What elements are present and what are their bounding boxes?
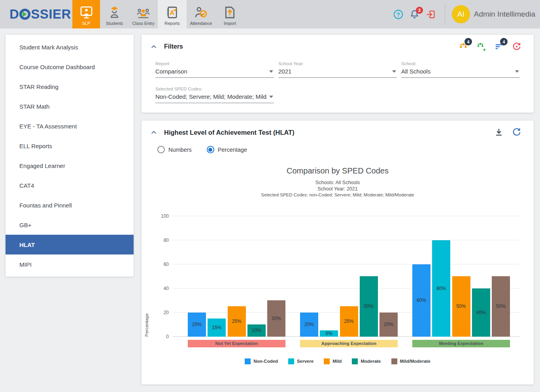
chart-subtitle-3: Selected SPED Codes: non-Coded; Servere;… xyxy=(142,192,534,198)
sidebar-item-ell-reports[interactable]: ELL Reports xyxy=(6,136,134,156)
legend-item-mild[interactable]: Mild xyxy=(324,358,342,364)
filter-lines-button[interactable]: 4 xyxy=(494,41,504,52)
field-label: Report: xyxy=(155,61,274,66)
download-button[interactable] xyxy=(494,127,504,138)
sidebar-item-engaged-learner[interactable]: Engaged Learner xyxy=(6,156,134,175)
bar-servere[interactable]: 5% xyxy=(320,330,338,336)
tab-class-entry[interactable]: Class Entry xyxy=(129,0,158,28)
chart-subtitle-2: School Year: 2021 xyxy=(142,186,534,192)
sidebar-item-cat4[interactable]: CAT4 xyxy=(6,175,134,195)
count-badge: 4 xyxy=(464,38,472,45)
bar-mild-moderate[interactable]: 50% xyxy=(492,276,510,337)
school-select[interactable]: All Schools xyxy=(401,67,520,78)
legend-swatch xyxy=(352,358,358,364)
bar-mild[interactable]: 25% xyxy=(228,306,246,336)
filter-fields: Report:ComparisonSchool Year:2021School:… xyxy=(142,52,534,103)
filter-field-school: School:All Schools xyxy=(401,61,520,78)
tab-attendance[interactable]: Attendance xyxy=(187,0,215,28)
field-label: School Year: xyxy=(278,61,397,66)
reset-button[interactable] xyxy=(512,41,522,52)
scale-plus-button[interactable] xyxy=(476,41,486,52)
collapse-filters-button[interactable] xyxy=(149,42,158,51)
field-value: All Schools xyxy=(401,68,513,75)
chart-title: Comparison by SPED Codes xyxy=(142,166,534,175)
sidebar-item-hlat[interactable]: HLAT xyxy=(6,235,134,254)
y-tick-label: 40 xyxy=(156,286,169,291)
bar-moderate[interactable]: 50% xyxy=(360,276,378,337)
logo-text: DSSIER xyxy=(9,7,71,22)
bar-non-coded[interactable]: 20% xyxy=(300,313,318,337)
bar-servere[interactable]: 80% xyxy=(432,240,450,337)
field-label: Selected SPED Codes: xyxy=(155,87,274,91)
legend-item-servere[interactable]: Servere xyxy=(288,358,313,364)
sidebar-item-student-mark-analysis[interactable]: Student Mark Analysis xyxy=(6,37,134,57)
bar-non-coded[interactable]: 60% xyxy=(412,264,430,337)
svg-text:?: ? xyxy=(397,11,400,17)
sidebar-item-eye-ta-assessment[interactable]: EYE - TA Assessment xyxy=(6,116,134,136)
import-icon xyxy=(223,5,237,20)
sidebar-item-fountas-and-pinnell[interactable]: Fountas and Pinnell xyxy=(6,195,134,215)
notifications-button[interactable]: 3 xyxy=(409,9,420,20)
bar-group-meeting-expectation: 60%80%50%40%50% xyxy=(412,216,510,337)
help-button[interactable]: ? xyxy=(393,9,404,20)
bar-non-coded[interactable]: 20% xyxy=(188,313,206,337)
tab-import[interactable]: Import xyxy=(215,0,244,28)
app-logo: DSSIER xyxy=(0,0,72,28)
sidebar-item-star-reading[interactable]: STAR Reading xyxy=(6,77,134,96)
report-select[interactable]: Comparison xyxy=(155,67,274,78)
logo-prefix: D xyxy=(9,7,19,22)
sidebar-item-gb[interactable]: GB+ xyxy=(6,215,134,235)
legend-item-mild-moderate[interactable]: Mild/Moderate xyxy=(391,358,430,364)
sidebar-item-course-outcome-dashboard[interactable]: Course Outcome Dashboard xyxy=(6,57,134,77)
field-value: Non-Coded; Servere; Mild; Moderate; Mild… xyxy=(155,93,267,100)
bar-mild[interactable]: 25% xyxy=(340,306,358,336)
help-icon: ? xyxy=(393,9,404,20)
hlat-header: Highest Level of Achievement Test (HLAT) xyxy=(142,121,534,138)
sidebar-item-mipi[interactable]: MIPI xyxy=(6,254,134,274)
notification-badge: 3 xyxy=(416,7,423,14)
tab-students[interactable]: Students xyxy=(100,0,129,28)
bar-moderate[interactable]: 10% xyxy=(247,324,266,337)
bar-mild-moderate[interactable]: 20% xyxy=(380,313,398,337)
bar-servere[interactable]: 15% xyxy=(208,318,226,337)
bar-value-label: 20% xyxy=(192,322,202,327)
radio-percentage[interactable]: Percentage xyxy=(207,146,247,153)
bar-moderate[interactable]: 40% xyxy=(472,288,490,337)
chart-subtitle-1: Schools: All Schools xyxy=(142,180,534,186)
collapse-hlat-button[interactable] xyxy=(149,128,158,137)
scale-button[interactable]: 4 xyxy=(458,41,468,52)
chart-plot: Percentage02040608010020%15%25%10%30%Not… xyxy=(173,216,519,337)
legend-label: Mild xyxy=(332,359,342,364)
y-tick-label: 20 xyxy=(156,310,169,315)
bar-mild-moderate[interactable]: 30% xyxy=(267,300,285,337)
filter-field-school-year: School Year:2021 xyxy=(278,61,397,78)
refresh-button[interactable] xyxy=(512,127,522,138)
bar-mild[interactable]: 50% xyxy=(452,276,470,337)
bar-value-label: 15% xyxy=(212,325,221,330)
avatar[interactable]: AI xyxy=(452,5,470,23)
hlat-title: Highest Level of Achievement Test (HLAT) xyxy=(164,129,295,136)
legend-label: Moderate xyxy=(361,359,381,364)
tab-slp[interactable]: SLP xyxy=(72,0,100,28)
school-year-select[interactable]: 2021 xyxy=(278,67,397,78)
category-band-not-yet-expectation: Not Yet Expectation xyxy=(188,340,285,347)
radio-numbers[interactable]: Numbers xyxy=(157,146,192,153)
primary-nav: SLPStudentsClass EntryAReportsAttendance… xyxy=(72,0,244,28)
sped-codes-select[interactable]: Non-Coded; Servere; Mild; Moderate; Mild… xyxy=(155,92,274,103)
legend-item-non-coded[interactable]: Non-Coded xyxy=(245,358,278,364)
count-badge: 4 xyxy=(500,38,508,45)
category-band-meeting-expectation: Meeting Expectation xyxy=(412,340,510,347)
legend-item-moderate[interactable]: Moderate xyxy=(352,358,381,364)
field-label: School: xyxy=(401,61,520,66)
class-entry-icon xyxy=(136,5,151,20)
caret-down-icon xyxy=(515,70,519,73)
chart-legend: Non-CodedServereMildModerateMild/Moderat… xyxy=(142,358,534,364)
legend-swatch xyxy=(288,358,294,364)
chart-subtitle-block: Schools: All SchoolsSchool Year: 2021Sel… xyxy=(142,180,534,198)
bar-value-label: 40% xyxy=(476,310,486,315)
tab-label: Attendance xyxy=(190,21,212,26)
sidebar-item-star-math[interactable]: STAR Math xyxy=(6,96,134,116)
tab-reports[interactable]: AReports xyxy=(158,0,187,28)
attendance-icon xyxy=(194,5,208,20)
logout-button[interactable] xyxy=(425,9,436,20)
